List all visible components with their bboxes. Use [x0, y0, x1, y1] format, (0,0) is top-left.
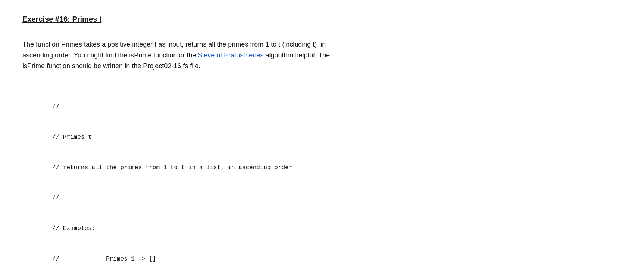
exercise-title: Exercise #16: Primes t: [22, 15, 622, 23]
title-text: Exercise #16: Primes t: [22, 15, 101, 23]
description-block: The function Primes takes a positive int…: [22, 39, 545, 71]
code-block: // // Primes t // returns all the primes…: [22, 82, 622, 268]
code-line-3: // returns all the primes from 1 to t in…: [52, 163, 622, 173]
page-container: Exercise #16: Primes t The function Prim…: [22, 15, 622, 268]
desc-part3: algorithm helpful. The: [263, 51, 330, 59]
desc-part2: ascending order. You might find the isPr…: [22, 51, 198, 59]
code-line-6: // Primes 1 => []: [52, 254, 622, 264]
code-line-2: // Primes t: [52, 132, 622, 142]
code-line-4: //: [52, 193, 622, 203]
desc-part4: isPrime function should be written in th…: [22, 62, 200, 70]
code-line-5: // Examples:: [52, 224, 622, 234]
desc-part1: The function Primes takes a positive int…: [22, 41, 326, 48]
sieve-link[interactable]: Sieve of Eratosthenes: [198, 51, 263, 59]
code-line-1: //: [52, 102, 622, 112]
